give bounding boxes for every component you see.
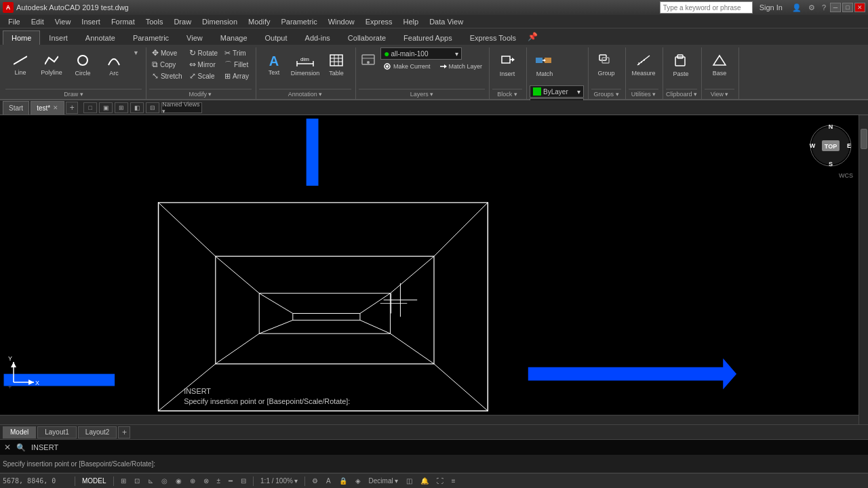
osnap-btn[interactable]: ◉: [173, 476, 184, 485]
tab-manage[interactable]: Manage: [212, 30, 256, 45]
tp-btn[interactable]: ⊟: [238, 476, 249, 485]
model-space-btn[interactable]: MODEL: [79, 476, 109, 485]
viewport-btn4[interactable]: ◧: [130, 102, 144, 113]
tab-parametric[interactable]: Parametric: [124, 30, 178, 45]
menu-window[interactable]: Window: [323, 16, 360, 27]
menu-express[interactable]: Express: [360, 16, 398, 27]
tool-text[interactable]: A Text: [259, 47, 289, 83]
menu-view[interactable]: View: [50, 16, 77, 27]
tool-dimension[interactable]: dim Dimension: [290, 47, 320, 83]
match-layer-btn[interactable]: Match Layer: [436, 61, 486, 72]
tab-home[interactable]: Home: [3, 30, 40, 45]
tab-annotate[interactable]: Annotate: [77, 30, 124, 45]
annotate-scale-btn[interactable]: A: [323, 476, 334, 485]
tool-trim[interactable]: ✂ Trim: [222, 47, 252, 58]
tool-mirror[interactable]: ⇔ Mirror: [186, 59, 220, 70]
tool-rotate[interactable]: ↻ Rotate: [186, 47, 220, 58]
snap-btn[interactable]: ⊡: [132, 476, 142, 485]
menu-modify[interactable]: Modify: [243, 16, 275, 27]
polar-btn[interactable]: ◎: [159, 476, 170, 485]
tab-insert[interactable]: Insert: [40, 30, 77, 45]
workspace-btn[interactable]: ⚙: [309, 476, 321, 485]
tool-move[interactable]: ✥ Move: [149, 47, 185, 58]
otrack-btn[interactable]: ⊕: [187, 476, 198, 485]
notification-btn[interactable]: 🔔: [418, 476, 431, 485]
tool-match[interactable]: Match: [530, 47, 559, 83]
layer-dropdown[interactable]: ● all-main-100 ▾: [380, 47, 462, 60]
ribbon-pin[interactable]: 📌: [528, 32, 538, 41]
menu-dataview[interactable]: Data View: [424, 16, 469, 27]
h-scrollbar[interactable]: [0, 415, 859, 424]
tool-array[interactable]: ⊞ Array: [222, 70, 252, 81]
tool-group[interactable]: Group: [591, 47, 621, 83]
tab-collaborate[interactable]: Collaborate: [339, 30, 395, 45]
isolate-btn[interactable]: ◫: [403, 476, 415, 485]
lw-btn[interactable]: ━: [226, 476, 235, 485]
layout-tab-model[interactable]: Model: [3, 426, 36, 439]
grid-btn[interactable]: ⊞: [118, 476, 129, 485]
tool-stretch[interactable]: ⤡ Stretch: [149, 70, 185, 81]
menu-tools[interactable]: Tools: [140, 16, 169, 27]
tool-measure[interactable]: Measure: [629, 47, 658, 83]
ortho-btn[interactable]: ⊾: [145, 476, 156, 485]
hardware-btn[interactable]: ◈: [353, 476, 363, 485]
tool-arc[interactable]: Arc: [99, 47, 129, 83]
tab-view[interactable]: View: [178, 30, 212, 45]
layout-tab-layout1[interactable]: Layout1: [37, 426, 77, 439]
tab-addins[interactable]: Add-ins: [296, 30, 339, 45]
v-scrollbar[interactable]: [859, 115, 868, 424]
tool-paste[interactable]: Paste: [666, 47, 696, 83]
tool-fillet[interactable]: ⌒ Fillet: [222, 59, 252, 70]
menu-draw[interactable]: Draw: [168, 16, 197, 27]
tab-test[interactable]: test* ✕: [31, 101, 64, 115]
tool-polyline[interactable]: Polyline: [37, 47, 66, 83]
tab-start[interactable]: Start: [3, 101, 29, 115]
layer-properties-btn[interactable]: [359, 50, 378, 69]
tool-scale[interactable]: ⤢ Scale: [186, 70, 220, 81]
measure-icon: [636, 54, 651, 68]
menu-file[interactable]: File: [3, 16, 26, 27]
menu-dimension[interactable]: Dimension: [197, 16, 243, 27]
fullscreen-btn[interactable]: ⛶: [434, 476, 446, 485]
color-dropdown[interactable]: ByLayer▾: [530, 85, 584, 98]
tab-express[interactable]: Express Tools: [461, 30, 525, 45]
restore-btn[interactable]: □: [842, 3, 853, 12]
lock-btn[interactable]: 🔒: [336, 476, 350, 485]
tab-output[interactable]: Output: [256, 30, 296, 45]
menu-edit[interactable]: Edit: [26, 16, 50, 27]
new-tab-btn[interactable]: +: [66, 102, 78, 114]
tool-table[interactable]: Table: [321, 47, 351, 83]
viewport-btn2[interactable]: ▣: [99, 102, 113, 113]
tool-base[interactable]: Base: [705, 47, 734, 83]
tab-featured[interactable]: Featured Apps: [395, 30, 461, 45]
drawing-canvas[interactable]: INSERT Specify insertion point or [Basep…: [0, 115, 868, 424]
menu-parametric[interactable]: Parametric: [275, 16, 322, 27]
layout-tab-layout2[interactable]: Layout2: [78, 426, 117, 439]
viewport-btn5[interactable]: ⊟: [146, 102, 159, 113]
v-scrollbar-thumb[interactable]: [861, 129, 867, 149]
tab-test-close[interactable]: ✕: [53, 104, 58, 111]
viewport-btn1[interactable]: □: [83, 102, 97, 113]
sign-in-btn[interactable]: Sign In: [760, 3, 783, 12]
menu-help[interactable]: Help: [398, 16, 425, 27]
menu-insert[interactable]: Insert: [76, 16, 106, 27]
tool-copy[interactable]: ⧉ Copy: [149, 59, 185, 70]
command-close-btn[interactable]: ✕: [4, 443, 11, 452]
menu-format[interactable]: Format: [106, 16, 140, 27]
make-current-btn[interactable]: Make Current: [380, 61, 433, 72]
named-view-dropdown[interactable]: Named Views ▾: [161, 102, 202, 113]
scale-dropdown[interactable]: 1:1 / 100% ▾: [258, 476, 300, 485]
new-layout-btn[interactable]: +: [118, 426, 130, 439]
title-search-input[interactable]: [660, 1, 753, 14]
dyn-btn[interactable]: ±: [214, 476, 224, 485]
close-btn[interactable]: ✕: [854, 3, 865, 12]
units-dropdown[interactable]: Decimal ▾: [366, 476, 401, 485]
minimize-btn[interactable]: ─: [830, 3, 841, 12]
draw-more-btn[interactable]: ▼: [130, 47, 142, 58]
tool-circle[interactable]: Circle: [68, 47, 98, 83]
ducs-btn[interactable]: ⊗: [201, 476, 212, 485]
tool-line[interactable]: Line: [5, 47, 35, 83]
customize-btn[interactable]: ≡: [449, 476, 458, 485]
viewport-btn3[interactable]: ⊞: [115, 102, 128, 113]
tool-insert[interactable]: Insert: [492, 47, 522, 83]
